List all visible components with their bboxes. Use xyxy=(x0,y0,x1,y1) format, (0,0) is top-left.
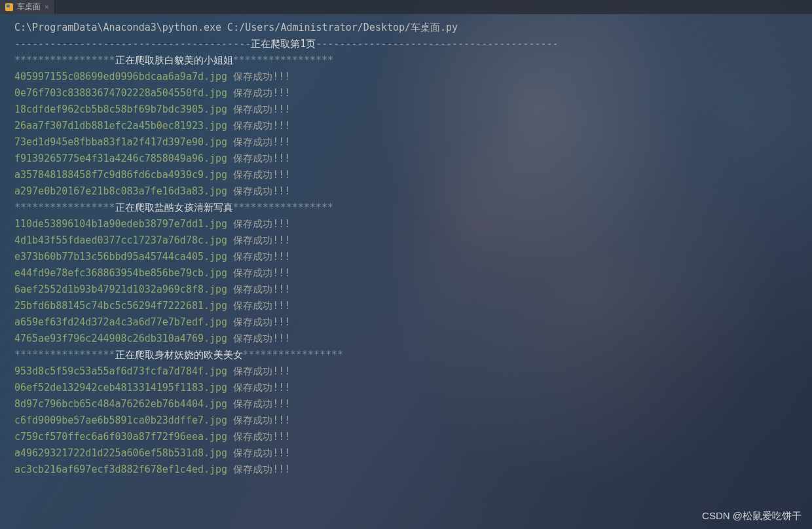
tab-bar: 车桌面 × xyxy=(0,0,812,14)
close-icon[interactable]: × xyxy=(45,3,49,11)
file-saved-line: e44fd9e78efc368863954be856be79cb.jpg 保存成… xyxy=(14,265,812,282)
file-saved-line: a659ef63fd24d372a4c3a6d77e7b7edf.jpg 保存成… xyxy=(14,314,812,331)
section-header: *****************正在爬取肤白貌美的小姐姐***********… xyxy=(14,52,812,69)
file-saved-line: 73ed1d945e8fbba83f1a2f417d397e90.jpg 保存成… xyxy=(14,134,812,151)
file-saved-line: a357848188458f7c9d86fd6cba4939c9.jpg 保存成… xyxy=(14,167,812,183)
file-saved-line: 110de53896104b1a90edeb38797e7dd1.jpg 保存成… xyxy=(14,216,812,232)
file-saved-line: e373b60b77b13c56bbd95a45744ca405.jpg 保存成… xyxy=(14,249,812,265)
file-saved-line: 4d1b43f55fdaed0377cc17237a76d78c.jpg 保存成… xyxy=(14,232,812,249)
file-saved-line: c6fd9009be57ae6b5891ca0b23ddffe7.jpg 保存成… xyxy=(14,412,812,429)
file-saved-line: 25bfd6b88145c74bc5c56294f7222681.jpg 保存成… xyxy=(14,298,812,314)
file-saved-line: 06ef52de132942ceb4813314195f1183.jpg 保存成… xyxy=(14,380,812,396)
file-saved-line: ac3cb216af697ecf3d882f678ef1c4ed.jpg 保存成… xyxy=(14,462,812,478)
console-output[interactable]: C:\ProgramData\Anaconda3\python.exe C:/U… xyxy=(0,14,812,529)
file-saved-line: 6aef2552d1b93b47921d1032a969c8f8.jpg 保存成… xyxy=(14,282,812,298)
python-file-icon xyxy=(5,3,13,11)
file-saved-line: f9139265775e4f31a4246c7858049a96.jpg 保存成… xyxy=(14,151,812,167)
file-saved-line: a49629321722d1d225a606ef58b531d8.jpg 保存成… xyxy=(14,445,812,462)
file-saved-line: 8d97c796bcb65c484a76262eb76b4404.jpg 保存成… xyxy=(14,396,812,412)
section-header: *****************正在爬取身材妖娆的欧美美女**********… xyxy=(14,347,812,363)
page-header: ----------------------------------------… xyxy=(14,36,812,52)
section-header: *****************正在爬取盐酷女孩清新写真***********… xyxy=(14,200,812,216)
file-saved-line: a297e0b20167e21b8c083a7fe16d3a83.jpg 保存成… xyxy=(14,183,812,200)
file-saved-line: 4765ae93f796c244908c26db310a4769.jpg 保存成… xyxy=(14,331,812,347)
tab-script[interactable]: 车桌面 × xyxy=(0,0,55,14)
file-saved-line: 953d8c5f59c53a55af6d73fcfa7d784f.jpg 保存成… xyxy=(14,363,812,380)
file-saved-line: 18cdfdef962cb5b8c58bf69b7bdc3905.jpg 保存成… xyxy=(14,101,812,118)
file-saved-line: c759cf570ffec6a6f030a87f72f96eea.jpg 保存成… xyxy=(14,429,812,445)
file-saved-line: 26aa7f307d1db881efc2a45b0ec81923.jpg 保存成… xyxy=(14,118,812,134)
file-saved-line: 405997155c08699ed0996bdcaa6a9a7d.jpg 保存成… xyxy=(14,69,812,85)
tab-title: 车桌面 xyxy=(17,1,41,12)
file-saved-line: 0e76f703c83883674702228a504550fd.jpg 保存成… xyxy=(14,85,812,101)
command-line: C:\ProgramData\Anaconda3\python.exe C:/U… xyxy=(14,20,812,36)
watermark-text: CSDN @松鼠爱吃饼干 xyxy=(702,510,802,522)
